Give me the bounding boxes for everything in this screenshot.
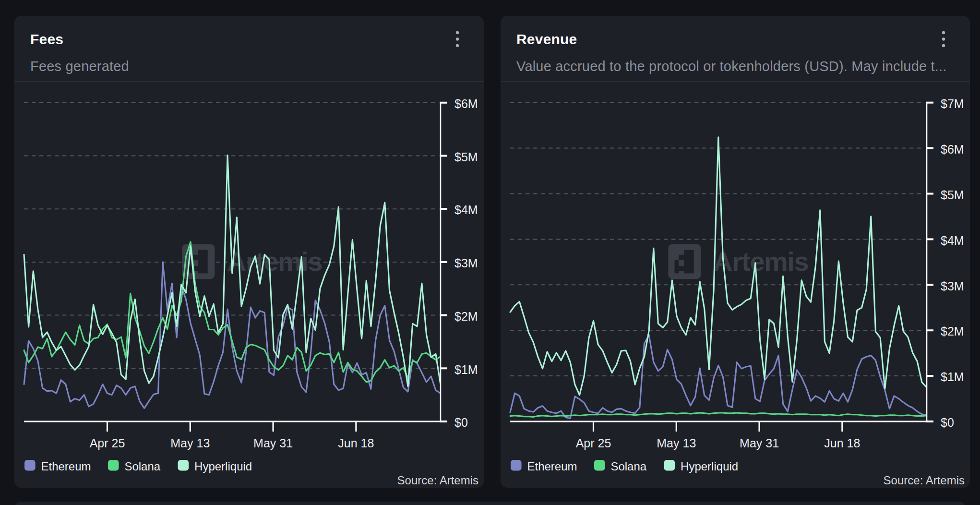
svg-text:$6M: $6M (454, 97, 478, 110)
svg-text:May 13: May 13 (657, 436, 696, 450)
svg-text:Source: Artemis: Source: Artemis (397, 474, 478, 487)
svg-text:May 31: May 31 (253, 436, 293, 450)
svg-text:Apr 25: Apr 25 (576, 436, 611, 450)
svg-text:$2M: $2M (941, 325, 964, 338)
svg-text:$4M: $4M (941, 234, 964, 247)
svg-text:$1M: $1M (454, 363, 478, 376)
svg-text:Solana: Solana (124, 460, 160, 473)
svg-text:Jun 18: Jun 18 (824, 436, 860, 450)
svg-text:$1M: $1M (941, 370, 964, 384)
svg-text:$6M: $6M (941, 143, 964, 156)
svg-text:Source: Artemis: Source: Artemis (884, 474, 965, 487)
svg-text:$3M: $3M (454, 256, 478, 270)
svg-text:$2M: $2M (454, 310, 478, 323)
svg-text:May 13: May 13 (170, 436, 210, 450)
svg-text:May 31: May 31 (740, 436, 779, 450)
svg-text:$5M: $5M (941, 188, 964, 202)
svg-text:$0: $0 (454, 416, 468, 429)
svg-text:Apr 25: Apr 25 (90, 436, 125, 450)
svg-text:$3M: $3M (941, 279, 964, 293)
svg-text:Ethereum: Ethereum (527, 460, 577, 473)
svg-text:Artemis: Artemis (713, 246, 808, 277)
svg-text:$5M: $5M (454, 150, 478, 164)
svg-text:Hyperliquid: Hyperliquid (194, 460, 252, 473)
svg-text:$4M: $4M (454, 203, 478, 216)
svg-text:Hyperliquid: Hyperliquid (681, 460, 738, 473)
svg-text:Solana: Solana (610, 460, 646, 473)
svg-text:Artemis: Artemis (227, 246, 322, 277)
svg-text:$7M: $7M (941, 97, 964, 110)
svg-text:$0: $0 (941, 416, 954, 429)
svg-text:Ethereum: Ethereum (41, 460, 91, 473)
svg-text:Jun 18: Jun 18 (338, 436, 374, 450)
